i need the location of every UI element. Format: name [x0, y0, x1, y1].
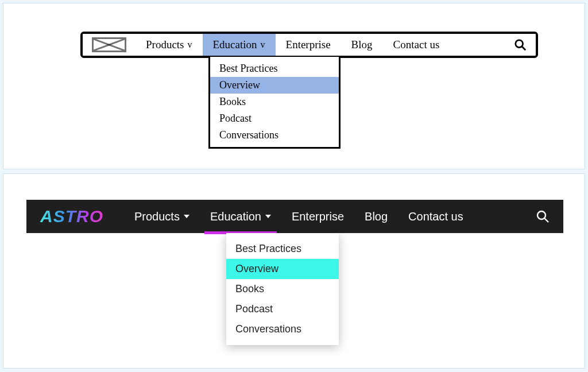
navbar-wireframe: Products v Education v Enterprise Blog C… — [81, 32, 537, 57]
dropdown-item-books[interactable]: Books — [226, 279, 339, 299]
search-button[interactable] — [536, 210, 550, 223]
nav-item-contact[interactable]: Contact us — [398, 200, 474, 233]
nav-item-label: Products — [146, 38, 184, 51]
nav-item-contact[interactable]: Contact us — [383, 34, 450, 56]
nav-items: Products Education Enterprise Blog Conta… — [124, 200, 474, 233]
nav-item-label: Contact us — [393, 38, 440, 51]
wireframe-panel: Products v Education v Enterprise Blog C… — [3, 3, 585, 169]
chevron-down-icon — [265, 215, 271, 218]
nav-item-products[interactable]: Products — [124, 200, 200, 233]
nav-item-education[interactable]: Education — [200, 200, 281, 233]
nav-item-enterprise[interactable]: Enterprise — [281, 200, 354, 233]
nav-item-label: Enterprise — [292, 210, 344, 223]
navbar-hifi: ASTRO Products Education Enterprise Blog… — [26, 200, 563, 233]
nav-items: Products v Education v Enterprise Blog C… — [136, 34, 450, 56]
chevron-down-icon — [184, 215, 189, 218]
search-button[interactable] — [514, 38, 527, 51]
nav-item-blog[interactable]: Blog — [354, 200, 398, 233]
dropdown-menu: Best Practices Overview Books Podcast Co… — [208, 57, 341, 149]
svg-line-3 — [522, 46, 525, 50]
nav-item-label: Education — [210, 210, 261, 223]
nav-item-label: Enterprise — [286, 38, 331, 51]
svg-point-2 — [516, 40, 523, 48]
dropdown-menu: Best Practices Overview Books Podcast Co… — [226, 233, 339, 345]
brand-logo[interactable]: ASTRO — [40, 207, 103, 226]
logo-placeholder — [92, 37, 126, 52]
nav-item-education[interactable]: Education v — [203, 34, 276, 56]
nav-item-label: Education — [213, 38, 257, 51]
chevron-down-icon: v — [188, 40, 192, 50]
dropdown-item-best-practices[interactable]: Best Practices — [210, 60, 339, 77]
dropdown-item-podcast[interactable]: Podcast — [226, 299, 339, 319]
dropdown-item-overview[interactable]: Overview — [226, 259, 339, 279]
search-icon — [514, 38, 527, 51]
nav-item-blog[interactable]: Blog — [341, 34, 383, 56]
dropdown-item-conversations[interactable]: Conversations — [210, 127, 339, 144]
nav-item-label: Products — [134, 210, 180, 223]
nav-item-products[interactable]: Products v — [136, 34, 203, 56]
dropdown-item-books[interactable]: Books — [210, 94, 339, 110]
nav-item-label: Contact us — [408, 210, 463, 223]
nav-item-label: Blog — [365, 210, 388, 223]
dropdown-item-conversations[interactable]: Conversations — [226, 319, 339, 339]
svg-line-5 — [544, 218, 548, 222]
svg-point-4 — [537, 211, 546, 219]
hifi-panel: ASTRO Products Education Enterprise Blog… — [3, 173, 585, 369]
chevron-down-icon: v — [261, 40, 265, 50]
dropdown-item-best-practices[interactable]: Best Practices — [226, 239, 339, 259]
dropdown-item-podcast[interactable]: Podcast — [210, 110, 339, 127]
nav-item-enterprise[interactable]: Enterprise — [276, 34, 341, 56]
dropdown-item-overview[interactable]: Overview — [210, 77, 339, 94]
search-icon — [536, 210, 550, 223]
nav-item-label: Blog — [351, 38, 373, 51]
